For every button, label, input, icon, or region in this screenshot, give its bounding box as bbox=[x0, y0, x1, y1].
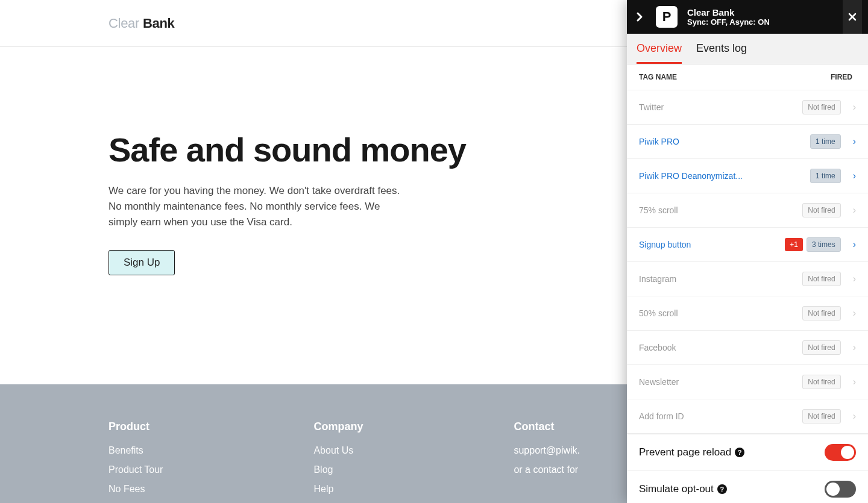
panel-title-block: Clear Bank Sync: OFF, Async: ON bbox=[687, 7, 770, 27]
tag-row[interactable]: Add form IDNot fired› bbox=[627, 399, 868, 434]
fired-badge: 1 time bbox=[810, 134, 841, 149]
footer-link[interactable]: Benefits bbox=[108, 445, 163, 456]
tag-row[interactable]: TwitterNot fired› bbox=[627, 90, 868, 125]
help-icon[interactable]: ? bbox=[735, 448, 744, 457]
chevron-right-icon: › bbox=[853, 102, 856, 113]
footer-title-contact: Contact bbox=[514, 420, 580, 433]
simulate-optout-text: Simulate opt-out bbox=[639, 483, 714, 495]
col-header-tagname: TAG NAME bbox=[639, 73, 802, 81]
chevron-right-icon: › bbox=[853, 136, 856, 147]
signup-button[interactable]: Sign Up bbox=[108, 250, 175, 275]
tag-row[interactable]: 50% scrollNot fired› bbox=[627, 296, 868, 331]
chevron-right-icon: › bbox=[853, 239, 856, 250]
footer-col-contact: Contact support@piwik. or a contact for bbox=[514, 420, 580, 503]
chevron-right-icon: › bbox=[853, 273, 856, 284]
tag-row[interactable]: 75% scrollNot fired› bbox=[627, 193, 868, 228]
tag-row[interactable]: InstagramNot fired› bbox=[627, 262, 868, 296]
footer-email[interactable]: support@piwik. bbox=[514, 445, 580, 456]
footer-link[interactable]: No Fees bbox=[108, 484, 163, 495]
option-label: Prevent page reload ? bbox=[639, 446, 744, 458]
footer-link[interactable]: Product Tour bbox=[108, 464, 163, 475]
fired-badge: Not fired bbox=[802, 272, 840, 286]
footer-link[interactable]: About Us bbox=[313, 445, 363, 456]
help-icon[interactable]: ? bbox=[717, 484, 727, 494]
panel-status: Sync: OFF, Async: ON bbox=[687, 17, 770, 27]
tag-name: Twitter bbox=[639, 102, 802, 112]
chevron-right-icon: › bbox=[853, 205, 856, 216]
tag-name: Facebook bbox=[639, 343, 802, 352]
panel-tabs: Overview Events log bbox=[627, 34, 868, 64]
option-simulate-optout: Simulate opt-out ? bbox=[627, 471, 868, 503]
tag-name: Piwik PRO Deanonymizat... bbox=[639, 171, 810, 181]
fired-badge: Not fired bbox=[802, 340, 840, 355]
footer-link[interactable]: Help bbox=[313, 484, 363, 495]
fired-badge: 1 time bbox=[810, 169, 841, 183]
tab-overview[interactable]: Overview bbox=[637, 42, 682, 64]
close-button[interactable] bbox=[843, 0, 862, 34]
fired-badge: 3 times bbox=[807, 237, 841, 252]
fired-badge: Not fired bbox=[802, 409, 840, 423]
footer-title-company: Company bbox=[313, 420, 363, 433]
fired-badge: Not fired bbox=[802, 100, 840, 114]
col-header-fired: FIRED bbox=[802, 73, 856, 81]
chevron-right-icon: › bbox=[853, 342, 856, 353]
piwik-logo-icon: P bbox=[656, 6, 678, 28]
fired-badge: Not fired bbox=[802, 375, 840, 389]
tag-name: 75% scroll bbox=[639, 205, 802, 215]
option-prevent-reload: Prevent page reload ? bbox=[627, 434, 868, 471]
logo-light: Clear bbox=[108, 16, 139, 31]
tag-row[interactable]: Piwik PRO1 time› bbox=[627, 125, 868, 159]
prevent-reload-text: Prevent page reload bbox=[639, 446, 731, 458]
fired-badge: Not fired bbox=[802, 203, 840, 217]
chevron-right-icon: › bbox=[853, 411, 856, 422]
logo-strong: Bank bbox=[143, 16, 175, 31]
tag-row[interactable]: Piwik PRO Deanonymizat...1 time› bbox=[627, 159, 868, 193]
panel-options: Prevent page reload ? Simulate opt-out ? bbox=[627, 434, 868, 503]
toggle-simulate-optout[interactable] bbox=[825, 481, 856, 498]
table-header: TAG NAME FIRED bbox=[627, 64, 868, 90]
tag-name: Signup button bbox=[639, 240, 785, 249]
tab-events-log[interactable]: Events log bbox=[696, 42, 747, 64]
chevron-right-icon: › bbox=[853, 308, 856, 319]
plusone-badge: +1 bbox=[785, 238, 803, 251]
chevron-right-icon: › bbox=[853, 170, 856, 181]
fired-badge: Not fired bbox=[802, 306, 840, 320]
tag-row[interactable]: Signup button+13 times› bbox=[627, 228, 868, 262]
debugger-panel: P Clear Bank Sync: OFF, Async: ON Overvi… bbox=[627, 0, 868, 503]
footer-list-company: About Us Blog Help bbox=[313, 445, 363, 495]
tag-name: Newsletter bbox=[639, 377, 802, 387]
tag-row[interactable]: NewsletterNot fired› bbox=[627, 365, 868, 399]
footer-list-product: Benefits Product Tour No Fees bbox=[108, 445, 163, 495]
panel-title: Clear Bank bbox=[687, 7, 770, 17]
footer-contact-line: or a contact for bbox=[514, 464, 580, 475]
tag-row[interactable]: FacebookNot fired› bbox=[627, 331, 868, 365]
hero-body: We care for you having the money. We don… bbox=[108, 183, 410, 231]
collapse-arrow-icon[interactable] bbox=[633, 10, 646, 23]
tag-list: TwitterNot fired›Piwik PRO1 time›Piwik P… bbox=[627, 90, 868, 434]
tag-name: Piwik PRO bbox=[639, 137, 810, 146]
tag-name: Add form ID bbox=[639, 411, 802, 421]
panel-header: P Clear Bank Sync: OFF, Async: ON bbox=[627, 0, 868, 34]
footer-link[interactable]: Blog bbox=[313, 464, 363, 475]
toggle-prevent-reload[interactable] bbox=[825, 444, 856, 461]
chevron-right-icon: › bbox=[853, 376, 856, 387]
option-label: Simulate opt-out ? bbox=[639, 483, 727, 495]
logo[interactable]: Clear Bank bbox=[108, 16, 175, 31]
tag-name: 50% scroll bbox=[639, 308, 802, 318]
footer-col-company: Company About Us Blog Help bbox=[313, 420, 363, 503]
footer-col-product: Product Benefits Product Tour No Fees bbox=[108, 420, 163, 503]
footer-title-product: Product bbox=[108, 420, 163, 433]
